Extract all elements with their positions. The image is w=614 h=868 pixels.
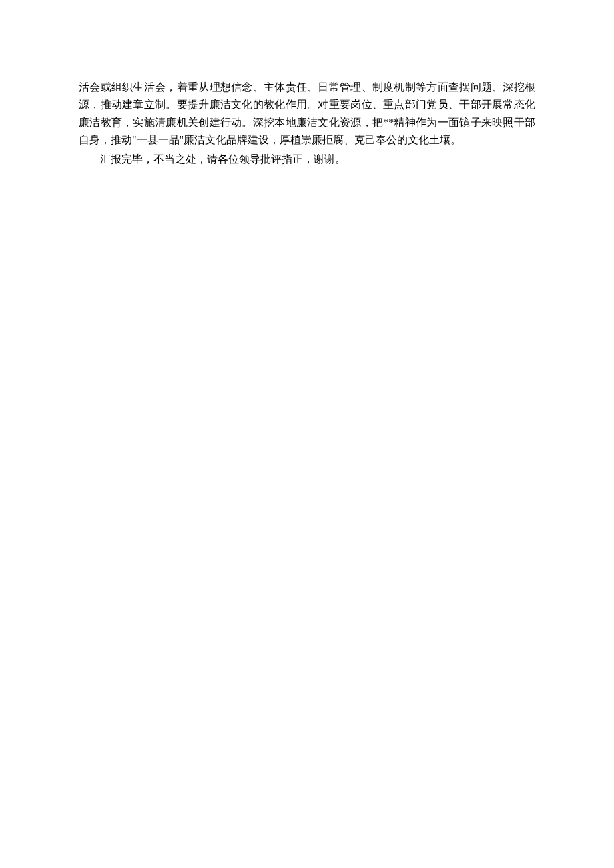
document-page: 活会或组织生活会，着重从理想信念、主体责任、日常管理、制度机制等方面查摆问题、深…	[0, 0, 614, 168]
body-paragraph-1: 活会或组织生活会，着重从理想信念、主体责任、日常管理、制度机制等方面查摆问题、深…	[79, 79, 535, 149]
closing-paragraph: 汇报完毕，不当之处，请各位领导批评指正，谢谢。	[79, 151, 535, 168]
